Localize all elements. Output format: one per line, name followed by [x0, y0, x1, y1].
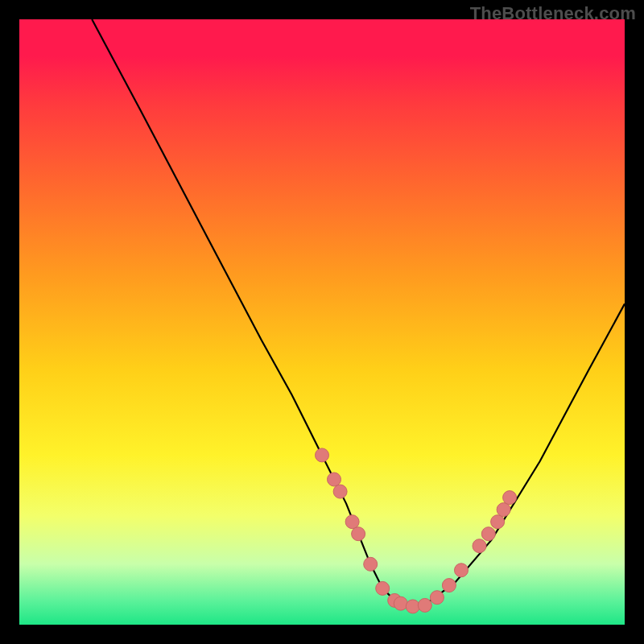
- curve-marker: [481, 527, 495, 541]
- curve-marker: [497, 503, 510, 517]
- curve-marker: [316, 448, 329, 462]
- curve-marker: [455, 564, 469, 577]
- curve-marker: [364, 557, 378, 571]
- curve-marker: [430, 591, 444, 605]
- curve-marker: [442, 579, 456, 592]
- curve-marker: [333, 485, 347, 498]
- chart-frame: TheBottleneck.com: [0, 0, 644, 644]
- curve-markers: [316, 448, 517, 613]
- curve-marker: [376, 581, 390, 595]
- curve-marker: [418, 598, 431, 612]
- curve-marker: [491, 515, 505, 529]
- curve-marker: [406, 600, 419, 613]
- curve-marker: [328, 473, 341, 486]
- curve-marker: [345, 515, 359, 529]
- curve-marker: [394, 597, 407, 610]
- watermark-text: TheBottleneck.com: [470, 3, 636, 24]
- curve-marker: [473, 539, 486, 553]
- curve-marker: [352, 527, 365, 541]
- chart-svg: [19, 19, 625, 625]
- curve-marker: [503, 491, 517, 505]
